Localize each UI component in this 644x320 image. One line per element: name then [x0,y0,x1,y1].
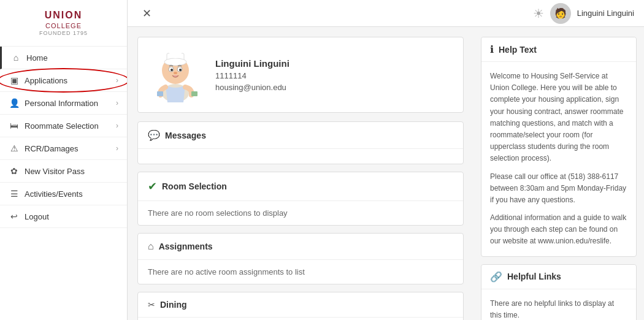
profile-name: Linguini Linguini [215,58,289,69]
sidebar-item-label-home: Home [26,53,118,63]
help-text-card: ℹ Help Text Welcome to Housing Self-Serv… [481,37,637,257]
close-button[interactable]: ✕ [137,4,156,23]
helpful-links-text: There are no helpful links to display at… [490,298,627,320]
helpful-links-body: There are no helpful links to display at… [481,289,636,320]
user-name-label: Linguini Linguini [577,9,634,18]
logo-union: UNION [10,10,117,21]
sidebar-item-personal-information[interactable]: 👤 Personal Information › [0,92,127,115]
logout-icon: ↩ [9,211,20,221]
activities-icon: ☰ [9,189,20,199]
profile-info: Linguini Linguini 1111114 housing@union.… [215,58,289,92]
sidebar-item-label-logout: Logout [25,212,118,221]
helpful-links-header: 🔗 Helpful Links [481,265,636,289]
dining-card: ✂ Dining [137,292,464,320]
assignments-title: Assignments [159,242,213,251]
content-header: ✕ ☀ 🧑 Linguini Linguini [128,0,644,27]
helpful-links-title: Helpful Links [507,272,561,281]
help-text-para-2: Please call our office at (518) 388-6117… [490,171,627,207]
profile-avatar [148,47,203,102]
logo: UNION COLLEGE FOUNDED 1795 [0,0,127,47]
check-circle-icon: ✔ [148,180,157,193]
sidebar-item-label-applications: Applications [25,76,116,85]
theme-toggle-icon[interactable]: ☀ [533,6,544,21]
sidebar-item-label-visitor: New Visitor Pass [25,167,118,176]
close-icon: ✕ [142,7,151,20]
link-icon: 🔗 [490,271,502,283]
svg-rect-10 [157,91,163,96]
help-text-para-1: Welcome to Housing Self-Service at Union… [490,70,627,165]
sidebar-item-home[interactable]: ⌂ Home [0,47,127,69]
sidebar-item-rcr-damages[interactable]: ⚠ RCR/Damages › [0,137,127,160]
help-text-para-3: Additional information and a guide to wa… [490,212,627,248]
room-selection-header: ✔ Room Selection [138,172,463,201]
content-wrapper: ✕ ☀ 🧑 Linguini Linguini [128,0,644,320]
assignments-body: There are no active room assignments to … [138,260,463,284]
profile-card: Linguini Linguini 1111114 housing@union.… [137,37,464,113]
sidebar-item-label-rcr: RCR/Damages [25,144,116,153]
svg-point-7 [171,69,173,71]
house-icon: ⌂ [148,241,154,252]
messages-body [138,149,463,164]
dining-icon: ✂ [148,300,155,310]
help-text-header: ℹ Help Text [481,37,636,62]
assignments-header: ⌂ Assignments [138,234,463,260]
bed-icon: 🛏 [9,121,20,131]
messages-card: 💬 Messages [137,121,464,164]
rcr-chevron-icon: › [116,144,118,153]
main-content: Linguini Linguini 1111114 housing@union.… [128,27,473,320]
content-body: Linguini Linguini 1111114 housing@union.… [128,27,644,320]
right-panel: ℹ Help Text Welcome to Housing Self-Serv… [473,27,644,320]
room-selection-card: ✔ Room Selection There are no room selec… [137,172,464,226]
applications-chevron-icon: › [116,76,118,85]
logo-est: FOUNDED 1795 [10,30,117,36]
svg-rect-11 [191,91,197,96]
profile-email: housing@union.edu [215,83,289,92]
info-icon: ℹ [490,44,494,55]
svg-point-4 [169,48,182,58]
svg-point-8 [179,69,182,71]
dining-title: Dining [160,300,187,310]
helpful-links-card: 🔗 Helpful Links There are no helpful lin… [481,264,637,320]
profile-id: 1111114 [215,71,289,80]
sidebar-item-label-personal: Personal Information [25,99,116,108]
messages-title: Messages [165,131,206,140]
avatar[interactable]: 🧑 [550,3,571,24]
sidebar-item-applications[interactable]: ▣ Applications › [0,69,127,92]
messages-header: 💬 Messages [138,122,463,149]
sidebar-item-label-roommate: Roommate Selection [25,121,116,131]
header-right: ☀ 🧑 Linguini Linguini [533,3,634,24]
sidebar-item-visitor-pass[interactable]: ✿ New Visitor Pass [0,160,127,183]
assignments-card: ⌂ Assignments There are no active room a… [137,233,464,284]
visitor-icon: ✿ [9,166,20,176]
help-text-body: Welcome to Housing Self-Service at Union… [481,62,636,256]
svg-point-9 [174,72,177,74]
sidebar-item-label-activities: Activities/Events [25,189,118,199]
dining-header: ✂ Dining [138,292,463,318]
room-selection-title: Room Selection [162,181,227,191]
logo-college: COLLEGE [45,22,82,29]
warning-icon: ⚠ [9,143,20,153]
sidebar: UNION COLLEGE FOUNDED 1795 ⌂ Home ▣ Appl… [0,0,128,320]
svg-point-3 [164,58,186,66]
personal-chevron-icon: › [116,99,118,107]
chat-icon: 💬 [148,129,160,141]
roommate-chevron-icon: › [116,121,118,130]
sidebar-item-activities-events[interactable]: ☰ Activities/Events [0,183,127,205]
profile-cartoon-svg [150,47,202,102]
sidebar-item-roommate-selection[interactable]: 🛏 Roommate Selection › [0,115,127,137]
help-text-title: Help Text [499,45,537,55]
sidebar-item-logout[interactable]: ↩ Logout [0,205,127,228]
room-selection-body: There are no room selections to display [138,201,463,225]
home-icon: ⌂ [10,53,21,63]
avatar-icon: 🧑 [554,7,567,19]
person-icon: 👤 [9,98,20,108]
dining-body [138,318,463,320]
applications-icon: ▣ [9,75,20,85]
